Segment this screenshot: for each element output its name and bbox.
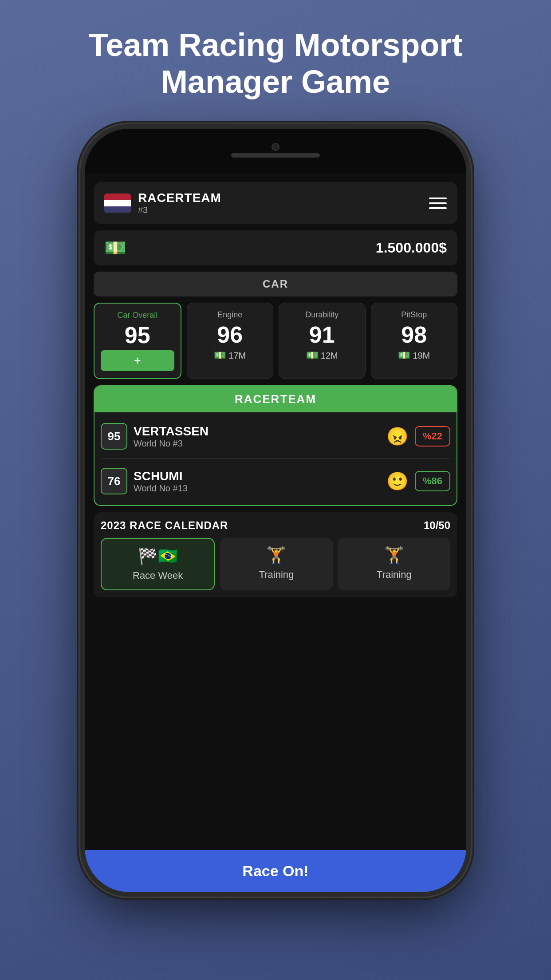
driver-divider xyxy=(101,458,450,459)
header-bar: RACERTEAM #3 xyxy=(94,182,457,224)
car-upgrade-button[interactable]: + xyxy=(101,350,174,371)
training-1-icon: 🏋️ xyxy=(266,546,286,565)
engine-value: 96 xyxy=(217,323,243,346)
screen-content: RACERTEAM #3 💵 1.500.000$ CAR xyxy=(85,173,466,892)
driver-condition-vertassen[interactable]: %22 xyxy=(415,426,450,447)
calendar-item-training-2[interactable]: 🏋️ Training xyxy=(338,538,450,590)
driver-rank-vertassen: World No #3 xyxy=(134,439,380,449)
durability-label: Durability xyxy=(305,310,338,320)
team-info: RACERTEAM #3 xyxy=(138,191,221,215)
calendar-progress: 10/50 xyxy=(424,519,450,532)
driver-name-vertassen: VERTASSEN xyxy=(134,424,380,439)
pitstop-cost: 💵 19M xyxy=(398,350,430,361)
menu-button[interactable] xyxy=(429,198,447,209)
pitstop-cost-value: 19M xyxy=(413,351,430,361)
driver-mood-vertassen: 😠 xyxy=(386,426,409,447)
car-overall-label: Car Overall xyxy=(117,311,157,320)
training-1-label: Training xyxy=(259,569,294,581)
flag-stripe-red xyxy=(104,194,131,200)
race-week-icon: 🏁🇧🇷 xyxy=(138,547,178,565)
driver-name-schumi: SCHUMI xyxy=(134,469,380,483)
team-section-title: RACERTEAM xyxy=(94,386,457,412)
page-title: Team Racing Motorsport Manager Game xyxy=(0,27,551,100)
car-overall-value: 95 xyxy=(125,324,150,347)
engine-cost: 💵 17M xyxy=(214,350,246,361)
race-week-label: Race Week xyxy=(133,570,183,581)
calendar-items: 🏁🇧🇷 Race Week 🏋️ Training 🏋️ Training xyxy=(101,538,450,590)
car-stats-row: Car Overall 95 + Engine 96 💵 17M Durabil… xyxy=(94,303,457,379)
team-header-left: RACERTEAM #3 xyxy=(104,191,221,215)
training-2-label: Training xyxy=(377,569,412,581)
driver-mood-schumi: 🙂 xyxy=(386,471,409,492)
team-section: RACERTEAM 95 VERTASSEN World No #3 😠 %22 xyxy=(94,385,457,506)
hamburger-line-3 xyxy=(429,207,447,209)
money-bar: 💵 1.500.000$ xyxy=(94,230,457,265)
driver-row-schumi: 76 SCHUMI World No #13 🙂 %86 xyxy=(101,463,450,499)
race-on-button[interactable]: Race On! xyxy=(85,850,466,892)
driver-info-schumi: SCHUMI World No #13 xyxy=(134,469,380,494)
flag-stripe-white xyxy=(104,200,131,206)
hamburger-line-2 xyxy=(429,202,447,204)
driver-number-95: 95 xyxy=(101,423,127,450)
engine-cost-value: 17M xyxy=(228,351,246,361)
money-amount: 1.500.000$ xyxy=(376,240,447,256)
money-icon: 💵 xyxy=(104,237,126,258)
team-number: #3 xyxy=(138,205,221,215)
speaker-bar xyxy=(231,153,320,158)
driver-row-vertassen: 95 VERTASSEN World No #3 😠 %22 xyxy=(101,419,450,454)
calendar-item-race-week[interactable]: 🏁🇧🇷 Race Week xyxy=(101,538,215,590)
driver-rank-schumi: World No #13 xyxy=(134,483,380,494)
engine-box: Engine 96 💵 17M xyxy=(187,303,274,379)
pitstop-cost-icon: 💵 xyxy=(398,350,410,361)
front-camera xyxy=(272,143,279,151)
flag-stripe-blue xyxy=(104,206,131,213)
country-flag xyxy=(104,194,131,213)
durability-box: Durability 91 💵 12M xyxy=(279,303,366,379)
pitstop-label: PitStop xyxy=(401,310,427,320)
driver-number-76: 76 xyxy=(101,468,127,494)
durability-value: 91 xyxy=(309,323,335,346)
durability-cost: 💵 12M xyxy=(306,350,338,361)
calendar-section: 2023 RACE CALENDAR 10/50 🏁🇧🇷 Race Week 🏋… xyxy=(94,512,457,597)
hamburger-line-1 xyxy=(429,198,447,199)
engine-label: Engine xyxy=(217,310,242,320)
calendar-header: 2023 RACE CALENDAR 10/50 xyxy=(101,519,450,532)
car-overall-box: Car Overall 95 + xyxy=(94,303,181,379)
phone-notch xyxy=(85,129,466,173)
durability-cost-value: 12M xyxy=(321,351,338,361)
calendar-item-training-1[interactable]: 🏋️ Training xyxy=(220,538,332,590)
calendar-title: 2023 RACE CALENDAR xyxy=(101,519,228,532)
team-name: RACERTEAM xyxy=(138,191,221,205)
engine-cost-icon: 💵 xyxy=(214,350,226,361)
team-section-body: 95 VERTASSEN World No #3 😠 %22 76 SCHU xyxy=(94,412,457,505)
phone-frame: RACERTEAM #3 💵 1.500.000$ CAR xyxy=(85,129,466,892)
car-section-label: CAR xyxy=(94,272,457,296)
driver-info-vertassen: VERTASSEN World No #3 xyxy=(134,424,380,449)
pitstop-box: PitStop 98 💵 19M xyxy=(371,303,458,379)
durability-cost-icon: 💵 xyxy=(306,350,318,361)
training-2-icon: 🏋️ xyxy=(384,546,404,565)
pitstop-value: 98 xyxy=(401,323,427,346)
phone-screen: RACERTEAM #3 💵 1.500.000$ CAR xyxy=(85,173,466,892)
driver-condition-schumi[interactable]: %86 xyxy=(415,471,450,491)
